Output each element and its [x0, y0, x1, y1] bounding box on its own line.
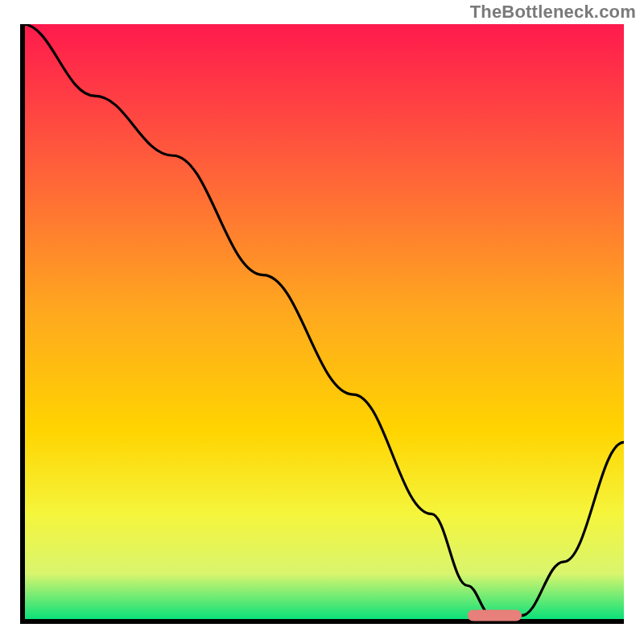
chart-container: TheBottleneck.com	[0, 0, 644, 644]
chart-svg	[20, 24, 624, 624]
watermark-text: TheBottleneck.com	[470, 2, 636, 23]
optimal-range-marker	[468, 610, 522, 621]
plot-area	[20, 24, 624, 624]
gradient-background	[23, 24, 624, 621]
